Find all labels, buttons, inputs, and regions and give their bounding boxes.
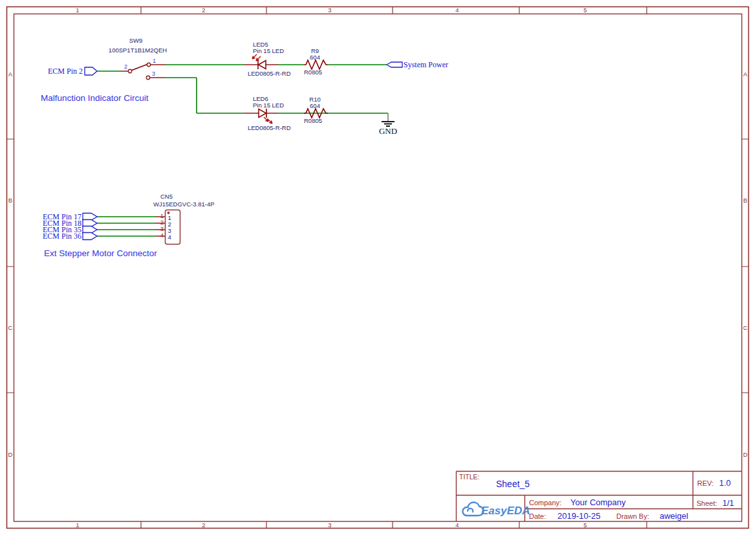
- pin-number: 2: [124, 63, 127, 70]
- easyeda-logo: EasyEDA: [462, 502, 530, 517]
- resistor-zigzag: [304, 60, 328, 69]
- wire[interactable]: [97, 65, 388, 113]
- drawn-by-value[interactable]: aweigel: [660, 511, 688, 521]
- frame-row-label: B: [743, 197, 747, 204]
- net-label[interactable]: ECM Pin 2: [48, 67, 83, 76]
- switch-pin-stub: [121, 65, 166, 78]
- net-label[interactable]: ECM Pin 36: [43, 232, 81, 241]
- date-value[interactable]: 2019-10-25: [557, 511, 601, 521]
- frame-inner-border: [14, 14, 742, 522]
- component-name[interactable]: Pin 15 LED: [253, 47, 284, 54]
- net-label[interactable]: System Power: [404, 60, 448, 69]
- sheet-title[interactable]: Sheet_5: [496, 479, 530, 489]
- net-flag-ecm-pin-36[interactable]: ECM Pin 36: [43, 232, 97, 241]
- component-part[interactable]: 100SP1T1B1M2QEH: [109, 47, 167, 54]
- title-label: TITLE:: [459, 473, 480, 481]
- date-label: Date:: [529, 512, 546, 520]
- switch-sw9[interactable]: SW9 100SP1T1B1M2QEH 2 1 3: [109, 37, 167, 80]
- led-emission-arrows: [252, 54, 261, 61]
- frame-row-label: C: [8, 324, 13, 331]
- led-triangle: [259, 109, 266, 118]
- switch-lever[interactable]: [132, 65, 147, 71]
- drawn-by-label: Drawn By:: [616, 512, 649, 520]
- connector-cn5[interactable]: CN5 WJ15EDGVC-3.81-4P 1 2 3 4 1 2 3 4: [153, 193, 215, 245]
- frame-col-label: 5: [583, 521, 587, 529]
- stepper-connector-circuit: Ext Stepper Motor Connector ECM Pin 17 E…: [43, 193, 215, 258]
- resistor-r9[interactable]: R9 604 R0805: [304, 47, 328, 76]
- frame-row-label: D: [743, 451, 748, 458]
- company-value[interactable]: Your Company: [570, 497, 626, 507]
- frame-col-label: 3: [328, 6, 331, 14]
- frame-row-ticks: [7, 139, 749, 393]
- net-flag-ecm-pin-2[interactable]: ECM Pin 2: [48, 67, 97, 76]
- led-triangle: [259, 61, 266, 69]
- led-led5[interactable]: LED5 Pin 15 LED LED0805-R-RD: [244, 41, 291, 77]
- malfunction-indicator-circuit: Malfunction Indicator Circuit ECM Pin 2 …: [41, 37, 448, 136]
- frame-outer-border: [7, 7, 749, 529]
- component-ref[interactable]: SW9: [129, 37, 143, 44]
- circuit-caption[interactable]: Malfunction Indicator Circuit: [41, 93, 149, 103]
- pin-number: 4: [160, 232, 164, 239]
- frame-col-label: 1: [76, 521, 79, 529]
- company-label: Company:: [529, 499, 561, 507]
- frame-col-label: 2: [202, 521, 205, 529]
- rev-label: REV:: [697, 479, 713, 487]
- frame-row-label: D: [8, 451, 13, 458]
- cloud-icon: [462, 502, 483, 516]
- switch-contact: [147, 63, 150, 66]
- net-flag-shape[interactable]: [387, 62, 402, 67]
- frame-col-label: 4: [455, 521, 459, 529]
- component-package[interactable]: LED0805-R-RD: [248, 124, 291, 131]
- net-flag-shape[interactable]: [83, 233, 97, 240]
- sheet-label: Sheet:: [697, 499, 717, 507]
- sheet-value[interactable]: 1/1: [722, 498, 734, 508]
- led-emission-arrows: [264, 117, 272, 124]
- component-ref[interactable]: CN5: [160, 193, 173, 200]
- resistor-r10[interactable]: R10 604 R0805: [304, 96, 328, 124]
- switch-contact: [128, 69, 131, 72]
- frame-row-label: B: [8, 197, 12, 204]
- pin-number: 1: [153, 58, 156, 64]
- frame-col-label: 5: [583, 6, 587, 14]
- frame-row-label: A: [8, 71, 13, 78]
- switch-contact: [146, 76, 149, 79]
- cloud-swirl: [468, 508, 473, 512]
- component-name[interactable]: Pin 15 LED: [253, 102, 284, 109]
- frame-row-label: A: [743, 71, 748, 78]
- component-value[interactable]: 604: [310, 54, 320, 61]
- net-flag-system-power[interactable]: System Power: [387, 60, 448, 69]
- frame-col-label: 3: [328, 521, 331, 529]
- pin-number: 3: [152, 71, 155, 77]
- title-block: TITLE: Sheet_5 REV: 1.0 Company: Your Co…: [457, 472, 742, 522]
- sheet-frame: 1 2 3 4 5 1 2 3 4 5 A B C D A B C D: [7, 6, 749, 529]
- frame-col-label: 2: [202, 6, 205, 14]
- frame-col-label: 1: [76, 6, 79, 14]
- frame-row-label: C: [743, 324, 748, 331]
- gnd-label[interactable]: GND: [379, 126, 397, 136]
- gnd-symbol[interactable]: GND: [379, 113, 397, 136]
- gnd-bars: [382, 122, 394, 126]
- logo-text: EasyEDA: [481, 505, 530, 517]
- frame-column-ticks: [141, 7, 647, 529]
- component-part[interactable]: WJ15EDGVC-3.81-4P: [153, 201, 215, 208]
- wire[interactable]: [97, 217, 155, 236]
- circuit-caption[interactable]: Ext Stepper Motor Connector: [44, 248, 157, 258]
- pin-name: 4: [168, 234, 171, 241]
- net-flag-shape[interactable]: [85, 67, 97, 75]
- component-package[interactable]: LED0805-R-RD: [248, 70, 291, 77]
- rev-value[interactable]: 1.0: [719, 478, 731, 488]
- schematic-sheet: 1 2 3 4 5 1 2 3 4 5 A B C D A B C D Malf…: [0, 0, 756, 535]
- frame-col-label: 4: [455, 6, 459, 14]
- component-value[interactable]: 604: [310, 102, 320, 109]
